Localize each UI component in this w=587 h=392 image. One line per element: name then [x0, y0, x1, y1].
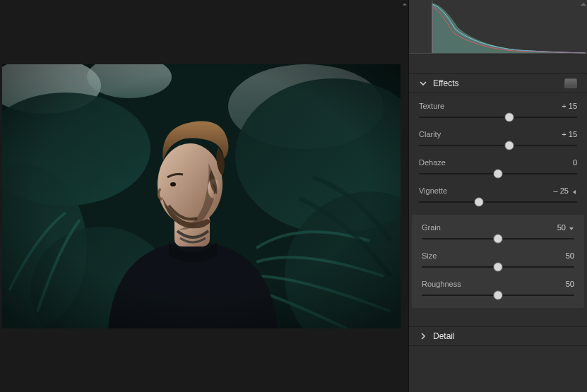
- roughness-value[interactable]: 50: [566, 280, 574, 288]
- image-canvas[interactable]: [0, 0, 408, 392]
- effects-title: Effects: [433, 78, 564, 88]
- panel-gap-2: [409, 308, 587, 326]
- roughness-label: Roughness: [422, 280, 461, 288]
- clarity-value[interactable]: + 15: [562, 130, 577, 138]
- panel-view-toggle[interactable]: [564, 78, 577, 88]
- dehaze-value[interactable]: 0: [573, 158, 577, 167]
- size-label: Size: [422, 251, 437, 260]
- effects-section-header[interactable]: Effects: [409, 73, 587, 93]
- dehaze-label: Dehaze: [419, 158, 446, 167]
- histogram[interactable]: [409, 0, 587, 55]
- texture-slider[interactable]: [419, 112, 577, 123]
- triangle-left-icon[interactable]: [571, 188, 577, 194]
- photo-preview[interactable]: [2, 64, 401, 328]
- clarity-label: Clarity: [419, 130, 441, 138]
- detail-section-header[interactable]: Detail: [409, 326, 587, 346]
- grain-value[interactable]: 50: [557, 223, 574, 232]
- grain-slider[interactable]: [422, 233, 574, 244]
- canvas-scroll-up[interactable]: [401, 1, 408, 8]
- grain-label: Grain: [422, 223, 441, 232]
- texture-control: Texture+ 15: [419, 100, 577, 123]
- clarity-control: Clarity+ 15: [419, 129, 577, 151]
- size-value[interactable]: 50: [566, 251, 574, 260]
- vignette-control: Vignette– 25: [419, 185, 577, 208]
- detail-title: Detail: [433, 331, 577, 341]
- roughness-control: Roughness50: [422, 278, 574, 301]
- dehaze-control: Dehaze0: [419, 157, 577, 179]
- triangle-down-icon[interactable]: [569, 225, 574, 230]
- panel-gap: [409, 55, 587, 73]
- vignette-value[interactable]: – 25: [554, 186, 577, 195]
- roughness-slider-thumb[interactable]: [494, 291, 503, 300]
- dehaze-slider[interactable]: [419, 168, 577, 179]
- svg-rect-14: [2, 64, 401, 328]
- vignette-slider-thumb[interactable]: [475, 198, 484, 207]
- grain-slider-thumb[interactable]: [494, 234, 503, 244]
- vignette-label: Vignette: [419, 186, 447, 195]
- vignette-slider[interactable]: [419, 196, 577, 208]
- clarity-slider[interactable]: [419, 140, 577, 151]
- size-control: Size50: [422, 250, 574, 273]
- grain-group: Grain50Size50Roughness50: [412, 215, 584, 308]
- texture-slider-thumb[interactable]: [504, 113, 514, 122]
- grain-control: Grain50: [422, 222, 574, 244]
- roughness-slider[interactable]: [422, 290, 574, 301]
- dehaze-slider-thumb[interactable]: [494, 170, 503, 179]
- chevron-right-icon: [419, 332, 427, 340]
- chevron-down-icon: [419, 79, 427, 88]
- effects-controls: Texture+ 15Clarity+ 15Dehaze0Vignette– 2…: [409, 93, 587, 215]
- size-slider-thumb[interactable]: [494, 263, 503, 272]
- texture-label: Texture: [419, 102, 444, 110]
- texture-value[interactable]: + 15: [562, 102, 577, 110]
- clarity-slider-thumb[interactable]: [504, 141, 514, 150]
- size-slider[interactable]: [422, 261, 574, 273]
- right-panel: Effects Texture+ 15Clarity+ 15Dehaze0Vig…: [408, 0, 587, 392]
